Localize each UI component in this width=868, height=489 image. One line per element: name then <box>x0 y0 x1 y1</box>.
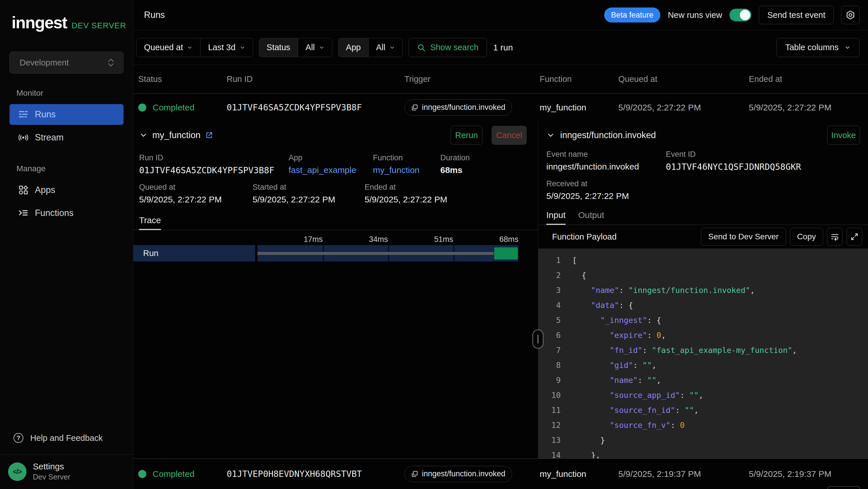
column-header-queued-at[interactable]: Queued at <box>618 75 749 84</box>
app-filter-group: App All <box>338 38 403 57</box>
queued-at-field: Queued at 5/9/2025, 2:27:22 PM <box>139 183 253 204</box>
code-lines: 1[2 {3 "name": "inngest/function.invoked… <box>538 253 868 458</box>
rerun-button[interactable]: Rerun <box>451 126 483 145</box>
table-columns-button[interactable]: Table columns <box>776 38 860 57</box>
column-header-trigger[interactable]: Trigger <box>404 75 540 84</box>
word-wrap-button[interactable] <box>827 228 843 246</box>
status-cell: Completed <box>138 103 227 112</box>
collapse-chevron-icon[interactable] <box>139 131 148 140</box>
trace-duration-bar[interactable] <box>494 248 518 259</box>
app-link[interactable]: fast_api_example <box>288 165 373 175</box>
event-icon <box>411 104 418 111</box>
chevron-down-icon <box>240 45 245 51</box>
apps-icon <box>18 185 29 195</box>
settings-title: Settings <box>33 462 70 471</box>
event-name-field: Event name inngest/function.invoked <box>546 150 666 172</box>
ended-at-cell: 5/9/2025, 2:19:37 PM <box>749 469 868 479</box>
run-detail-title: my_function <box>152 130 200 140</box>
function-cell: my_function <box>540 469 618 479</box>
filter-bar: Queued at Last 3d Status All App All <box>133 30 868 65</box>
trace-run-row[interactable]: Run <box>133 245 518 261</box>
event-detail-pane: inngest/function.invoked Invoke Event na… <box>538 121 868 458</box>
grip-icon <box>538 335 538 343</box>
send-test-event-button[interactable]: Send test event <box>759 6 834 24</box>
cancel-button[interactable]: Cancel <box>492 126 527 145</box>
trace-span-line <box>257 252 494 255</box>
axis-tick: 17ms <box>304 235 322 244</box>
app-filter-value: All <box>376 43 385 52</box>
settings-gear-button[interactable] <box>841 6 860 24</box>
payload-code-editor[interactable]: 1[2 {3 "name": "inngest/function.invoked… <box>538 249 868 458</box>
code-avatar-icon: </> <box>8 462 27 481</box>
environment-selector-value: Development <box>20 58 69 67</box>
status-filter-dropdown[interactable]: All <box>298 38 332 57</box>
table-columns-label: Table columns <box>785 43 839 52</box>
manage-section-label: Manage <box>0 149 133 178</box>
column-header-status[interactable]: Status <box>138 75 227 84</box>
copy-button[interactable]: Copy <box>790 228 823 246</box>
function-cell: my_function <box>540 103 618 112</box>
axis-tick: 51ms <box>434 235 453 244</box>
trace-gap <box>255 245 257 261</box>
app-filter-label: App <box>338 38 368 57</box>
column-header-function[interactable]: Function <box>540 75 618 84</box>
function-payload-title: Function Payload <box>552 232 617 241</box>
sidebar-item-label: Stream <box>35 132 64 143</box>
code-line: 2 { <box>538 267 868 283</box>
column-header-ended-at[interactable]: Ended at <box>749 75 868 84</box>
sidebar-item-stream[interactable]: Stream <box>9 127 124 148</box>
invoke-button[interactable]: Invoke <box>827 126 860 145</box>
collapse-chevron-icon[interactable] <box>546 131 555 140</box>
ended-at-field: Ended at 5/9/2025, 2:27:22 PM <box>365 183 447 204</box>
function-link[interactable]: my_function <box>373 165 440 175</box>
status-cell: Completed <box>138 469 227 479</box>
toggle-knob <box>740 10 750 20</box>
table-row[interactable]: Completed 01JTVEP0H8EVDNYXH68QRSTVBT inn… <box>133 458 868 489</box>
show-search-label: Show search <box>430 43 478 52</box>
tab-input[interactable]: Input <box>546 210 566 225</box>
help-and-feedback[interactable]: ? Help and Feedback <box>0 433 133 454</box>
run-id-cell: 01JTVF46SA5ZCDK4YPFSPV3B8F <box>227 103 404 112</box>
send-to-dev-server-button[interactable]: Send to Dev Server <box>701 228 786 246</box>
tab-output[interactable]: Output <box>578 210 604 225</box>
expand-icon <box>850 232 859 241</box>
app-filter-dropdown[interactable]: All <box>368 38 403 57</box>
new-runs-view-toggle[interactable] <box>730 9 751 21</box>
trigger-pill[interactable]: inngest/function.invoked <box>404 466 512 482</box>
received-at-field: Received at 5/9/2025, 2:27:22 PM <box>538 179 868 201</box>
main-content: Runs Beta feature New runs view Send tes… <box>133 0 868 489</box>
trigger-pill[interactable]: inngest/function.invoked <box>404 99 512 116</box>
tab-trace[interactable]: Trace <box>139 215 161 230</box>
functions-icon <box>18 208 29 218</box>
monitor-section-label: Monitor <box>0 74 133 103</box>
topbar: Runs Beta feature New runs view Send tes… <box>133 0 868 30</box>
sidebar-item-runs[interactable]: Runs <box>9 104 124 125</box>
sidebar-item-label: Apps <box>35 185 55 195</box>
sidebar-item-functions[interactable]: Functions <box>9 203 124 224</box>
time-range-dropdown[interactable]: Last 3d <box>200 38 253 57</box>
app-field: App fast_api_example <box>288 153 373 175</box>
external-link-icon[interactable] <box>205 131 213 139</box>
settings-entry[interactable]: </> Settings Dev Server <box>0 454 133 489</box>
code-line: 13 } <box>538 432 868 448</box>
sidebar-item-apps[interactable]: Apps <box>9 180 124 200</box>
show-search-button[interactable]: Show search <box>409 38 487 57</box>
expand-button[interactable] <box>847 228 862 246</box>
new-runs-view-label: New runs view <box>668 10 722 20</box>
pane-resize-handle[interactable] <box>532 329 544 349</box>
event-id-field: Event ID 01JTVF46NYC1QSFJDNRDQ58GKR <box>666 150 801 172</box>
column-header-run-id[interactable]: Run ID <box>227 75 404 84</box>
trigger-label: inngest/function.invoked <box>422 469 505 478</box>
expanded-run-detail: my_function Rerun Cancel Run ID 01JTVF46… <box>133 121 868 458</box>
event-icon <box>411 470 418 478</box>
queued-at-cell: 5/9/2025, 2:19:37 PM <box>618 469 749 479</box>
input-output-tabs: Input Output <box>538 210 868 225</box>
environment-selector[interactable]: Development <box>9 52 124 74</box>
help-label: Help and Feedback <box>30 433 103 443</box>
table-row[interactable]: Completed 01JTVF46SA5ZCDK4YPFSPV3B8F inn… <box>133 94 868 121</box>
queued-at-dropdown[interactable]: Queued at <box>136 38 200 57</box>
code-line: 10 "source_app_id": "", <box>538 387 868 403</box>
trace-axis: 17ms 34ms 51ms 68ms <box>257 233 518 245</box>
logo: inngest DEV SERVER <box>0 0 133 32</box>
code-line: 5 "_inngest": { <box>538 313 868 327</box>
